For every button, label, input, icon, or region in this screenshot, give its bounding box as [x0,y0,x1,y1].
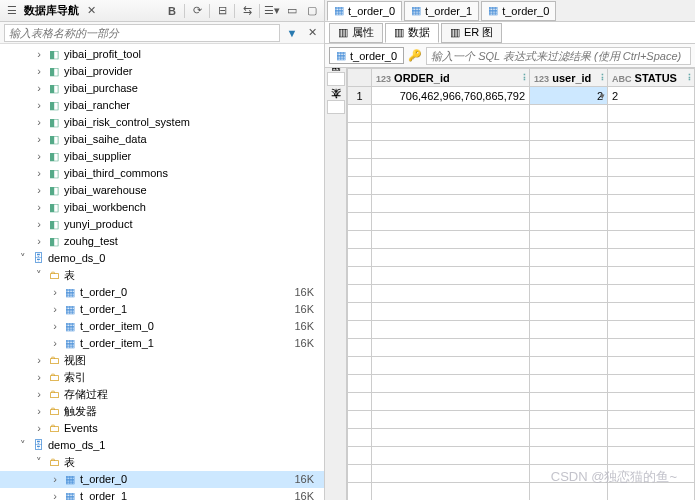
chevron-icon[interactable]: › [32,46,46,63]
col-filter-icon[interactable]: ⫶ [687,72,692,82]
gutter-grid-tab[interactable]: 网格 [327,72,345,86]
sql-filter-input[interactable] [426,47,691,65]
tree-node[interactable]: ›▦t_order_item_016K [0,318,324,335]
db-tree[interactable]: ›◧yibai_profit_tool›◧yibai_provider›◧yib… [0,44,324,500]
tree-node[interactable]: ›◧yibai_risk_control_system [0,114,324,131]
row-number[interactable]: 1 [348,87,372,105]
clear-icon[interactable]: ✕ [304,25,320,41]
gutter-text-tab[interactable]: 文本 [327,100,345,114]
chevron-icon[interactable]: › [32,131,46,148]
tree-filter-input[interactable] [4,24,280,42]
editor-tab[interactable]: ▦t_order_0 [481,1,556,21]
tree-node[interactable]: ›🗀触发器 [0,403,324,420]
filter-icon[interactable]: ▼ [284,25,300,41]
tree-node[interactable]: ›◧yibai_supplier [0,148,324,165]
sub-tab[interactable]: ▥ER 图 [441,23,502,43]
tree-node[interactable]: ›▦t_order_016K [0,284,324,301]
tree-node[interactable]: ›🗀索引 [0,369,324,386]
tree-node[interactable]: ›◧yibai_purchase [0,80,324,97]
editor-tab[interactable]: ▦t_order_1 [404,1,479,21]
row-number [348,141,372,159]
grid-gutter: 网格 文本 [325,68,347,500]
tree-node[interactable]: ›◧yibai_provider [0,63,324,80]
chevron-icon[interactable]: › [48,471,62,488]
tree-node[interactable]: ›▦t_order_item_116K [0,335,324,352]
link-icon[interactable]: ⇆ [239,3,255,19]
chevron-icon[interactable]: ˅ [32,267,46,284]
tree-node-label: t_order_0 [78,471,127,488]
chevron-icon[interactable]: › [48,301,62,318]
data-grid[interactable]: 123 ORDER_id ⫶123 user_id ⫶ABC STATUS ⫶1… [347,68,695,500]
content-tab[interactable]: ▦ t_order_0 [329,47,404,64]
sub-tab[interactable]: ▥属性 [329,23,383,43]
tree-node[interactable]: ›◧yibai_warehouse [0,182,324,199]
cell-user-id[interactable]: 2▾ [530,87,608,105]
panel-title: 数据库导航 [24,3,79,18]
pk-icon: ◧ [46,131,62,148]
tree-node-label: yibai_saihe_data [62,131,147,148]
chevron-icon[interactable]: › [32,199,46,216]
tree-node[interactable]: ›▦t_order_116K [0,488,324,500]
editor-tab[interactable]: ▦t_order_0 [327,1,402,21]
tree-node[interactable]: ›🗀Events [0,420,324,437]
table-icon: ▦ [488,4,498,17]
chevron-icon[interactable]: › [48,335,62,352]
sub-tab[interactable]: ▥数据 [385,23,439,43]
chevron-icon[interactable]: › [48,488,62,500]
tree-node-size: 16K [294,488,314,500]
tree-node[interactable]: ›◧yibai_workbench [0,199,324,216]
chevron-icon[interactable]: ˅ [16,250,30,267]
tree-node[interactable]: ›◧yibai_third_commons [0,165,324,182]
fd-icon: 🗀 [46,386,62,403]
menu-icon[interactable]: ☰▾ [264,3,280,19]
col-filter-icon[interactable]: ⫶ [600,72,605,82]
chevron-icon[interactable]: › [32,386,46,403]
chevron-icon[interactable]: › [32,420,46,437]
tree-node[interactable]: ›◧yunyi_product [0,216,324,233]
cell-status[interactable]: 2 [608,87,695,105]
collapse-icon[interactable]: ⊟ [214,3,230,19]
tree-node[interactable]: ›◧yibai_saihe_data [0,131,324,148]
tree-node[interactable]: ›🗀存储过程 [0,386,324,403]
tree-node[interactable]: ›◧yibai_rancher [0,97,324,114]
chevron-icon[interactable]: › [32,216,46,233]
chevron-icon[interactable]: › [32,148,46,165]
cell-order-id[interactable]: 706,462,966,760,865,792 [372,87,530,105]
chevron-icon[interactable]: › [32,63,46,80]
chevron-icon[interactable]: › [32,165,46,182]
chevron-icon[interactable]: › [32,97,46,114]
tree-node[interactable]: ›🗀视图 [0,352,324,369]
column-header[interactable]: 123 ORDER_id ⫶ [372,69,530,87]
chevron-icon[interactable]: › [32,182,46,199]
chevron-icon[interactable]: › [32,114,46,131]
minimize-icon[interactable]: ▭ [284,3,300,19]
chevron-icon[interactable]: ˅ [16,437,30,454]
refresh-icon[interactable]: ⟳ [189,3,205,19]
tree-node[interactable]: ˅🗄demo_ds_0 [0,250,324,267]
bold-icon[interactable]: B [164,3,180,19]
tree-node[interactable]: ˅🗀表 [0,454,324,471]
tree-node[interactable]: ›▦t_order_016K [0,471,324,488]
maximize-icon[interactable]: ▢ [304,3,320,19]
tree-node[interactable]: ›▦t_order_116K [0,301,324,318]
tree-node[interactable]: ˅🗄demo_ds_1 [0,437,324,454]
chevron-icon[interactable]: › [32,233,46,250]
chevron-icon[interactable]: › [32,403,46,420]
tb-icon: ▦ [62,471,78,488]
chevron-icon[interactable]: ˅ [32,454,46,471]
tree-node[interactable]: ›◧yibai_profit_tool [0,46,324,63]
chevron-icon[interactable]: › [32,352,46,369]
tree-node[interactable]: ›◧zouhg_test [0,233,324,250]
stack-icon: ☰ [4,3,20,19]
chevron-icon[interactable]: › [32,80,46,97]
pk-icon: ◧ [46,165,62,182]
chevron-icon[interactable]: › [48,318,62,335]
tree-node-label: 索引 [62,369,86,386]
chevron-icon[interactable]: › [32,369,46,386]
column-header[interactable]: ABC STATUS ⫶ [608,69,695,87]
tree-node[interactable]: ˅🗀表 [0,267,324,284]
column-header[interactable]: 123 user_id ⫶ [530,69,608,87]
close-icon[interactable]: ✕ [83,3,99,19]
col-filter-icon[interactable]: ⫶ [522,72,527,82]
chevron-icon[interactable]: › [48,284,62,301]
